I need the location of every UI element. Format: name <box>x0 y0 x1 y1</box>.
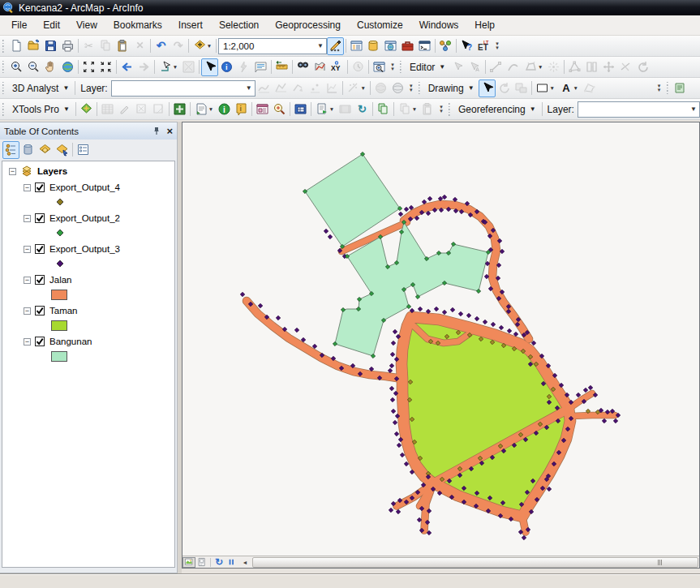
rotate-feature-button[interactable] <box>634 58 651 76</box>
delete-button[interactable]: ✕ <box>131 37 148 55</box>
edit-annotation-button[interactable]: A <box>466 58 483 76</box>
list-by-visibility-button[interactable] <box>37 141 54 159</box>
info-green-button[interactable]: i <box>216 101 233 118</box>
rectangle-tool-button[interactable]: ▼ <box>534 79 557 97</box>
toc-title-bar[interactable]: Table Of Contents × <box>0 122 177 139</box>
toolbar-options-icon[interactable]: ▾▾ <box>655 79 664 97</box>
green-cross-button[interactable] <box>171 101 188 118</box>
full-extent-button[interactable] <box>59 58 76 76</box>
fixed-zoom-in-button[interactable] <box>80 58 97 76</box>
menu-bookmarks[interactable]: Bookmarks <box>105 16 170 34</box>
time-slider-button[interactable] <box>350 58 367 76</box>
select-features-button[interactable]: ▼ <box>157 58 180 76</box>
zoom-in-button[interactable] <box>8 58 25 76</box>
layer-visibility-checkbox[interactable] <box>35 182 45 192</box>
select-elements-button[interactable] <box>479 79 496 97</box>
interp-points-button[interactable]: ▼ <box>345 79 368 97</box>
go-to-xy-button[interactable]: XY <box>329 58 346 76</box>
partial-green-button[interactable] <box>672 79 689 97</box>
zoom-to-selected-button[interactable] <box>513 79 530 97</box>
layer-name[interactable]: Taman <box>49 306 78 315</box>
3d-analyst-menu-button[interactable]: 3D Analyst▼ <box>8 79 73 97</box>
menu-geoprocessing[interactable]: Geoprocessing <box>267 16 349 34</box>
measure-button[interactable] <box>273 58 290 76</box>
menu-file[interactable]: File <box>3 16 35 34</box>
layers-gray-button[interactable]: ▼ <box>396 101 419 118</box>
menu-help[interactable]: Help <box>466 16 503 34</box>
interp-point-button[interactable] <box>307 79 324 97</box>
refresh-button[interactable]: ↻ <box>213 557 225 568</box>
layer-name[interactable]: Jalan <box>49 275 72 285</box>
data-view-button[interactable] <box>183 557 195 568</box>
hyperlink-button[interactable] <box>235 58 252 76</box>
close-icon[interactable]: × <box>166 127 173 135</box>
menu-view[interactable]: View <box>68 16 105 34</box>
menu-windows[interactable]: Windows <box>411 16 467 34</box>
layers-sheet2-button[interactable]: ▼ <box>313 101 337 118</box>
list-by-selection-button[interactable] <box>54 141 71 159</box>
layer-symbol-dot[interactable] <box>56 229 64 237</box>
layer-symbol-swatch[interactable] <box>51 290 67 300</box>
toolbar-options-icon[interactable]: ▾▾ <box>388 58 397 76</box>
zoom-out-button[interactable] <box>25 58 42 76</box>
fixed-zoom-out-button[interactable] <box>97 58 114 76</box>
layer-visibility-checkbox[interactable] <box>35 337 45 346</box>
pencil-gray-button[interactable] <box>116 101 133 118</box>
catalog-button[interactable] <box>365 37 382 55</box>
cut-button[interactable]: ✂ <box>80 37 97 55</box>
profile-graph-button[interactable] <box>324 79 341 97</box>
toolbar-options-icon[interactable]: ▾▾ <box>436 101 446 118</box>
layer-visibility-checkbox[interactable] <box>35 213 45 223</box>
collapse-icon[interactable]: − <box>24 338 31 346</box>
arcglobe-button[interactable] <box>372 79 389 97</box>
grid-blue-button[interactable] <box>292 101 309 118</box>
pan-hand-button[interactable] <box>42 58 59 76</box>
html-popup-button[interactable] <box>252 58 269 76</box>
pin-icon[interactable] <box>152 127 161 135</box>
edit-tool-button[interactable] <box>449 58 466 76</box>
edit-vertices-button[interactable] <box>581 79 598 97</box>
layer-name[interactable]: Export_Output_3 <box>49 244 120 254</box>
move-feature-button[interactable] <box>600 58 617 76</box>
toolbox-button[interactable] <box>399 37 416 55</box>
layer-visibility-checkbox[interactable] <box>35 306 45 315</box>
layer-name[interactable]: Bangunan <box>49 337 92 346</box>
menu-edit[interactable]: Edit <box>35 16 68 34</box>
cut-polygons-button[interactable] <box>617 58 634 76</box>
reshape-button[interactable] <box>566 58 583 76</box>
copy-button[interactable] <box>97 37 114 55</box>
collapse-icon[interactable]: − <box>24 215 31 222</box>
layer-name[interactable]: Export_Output_2 <box>49 213 120 223</box>
list-by-drawing-order-button[interactable] <box>2 141 19 159</box>
menu-insert[interactable]: Insert <box>170 16 211 34</box>
menu-selection[interactable]: Selection <box>211 16 267 34</box>
win-pink-button[interactable] <box>254 101 271 118</box>
note-yellow-button[interactable]: i <box>233 101 250 118</box>
python-window-button[interactable] <box>416 37 433 55</box>
globe-window-button[interactable] <box>382 37 399 55</box>
whats-this-button[interactable]: ? <box>458 37 475 55</box>
go-forward-button[interactable] <box>135 58 152 76</box>
collapse-icon[interactable]: − <box>24 184 31 191</box>
film-gray-button[interactable] <box>337 101 354 118</box>
drawing-menu-button[interactable]: Drawing▼ <box>424 79 479 97</box>
split-button[interactable] <box>583 58 600 76</box>
collapse-icon[interactable]: − <box>9 168 16 175</box>
toolbar-options-icon[interactable]: ▾▾ <box>406 79 416 97</box>
et-geowizards-button[interactable]: ETLT <box>475 37 492 55</box>
layer-symbol-swatch[interactable] <box>51 320 67 331</box>
sketch-arc-button[interactable] <box>505 58 522 76</box>
editor-pencil-button[interactable] <box>327 37 344 55</box>
steepest-path-button[interactable] <box>290 79 307 97</box>
arcscene-button[interactable] <box>389 79 406 97</box>
paste-gray-button[interactable] <box>419 101 436 118</box>
layers-root-label[interactable]: Layers <box>37 166 67 176</box>
options-list-button[interactable] <box>75 141 92 159</box>
xt2-button[interactable] <box>150 101 167 118</box>
xtools-pro-menu-button[interactable]: XTools Pro▼ <box>8 101 74 118</box>
georeferencing-menu-button[interactable]: Georeferencing▼ <box>454 101 540 118</box>
open-folder-button[interactable] <box>25 37 42 55</box>
sketch-line-button[interactable] <box>487 58 505 76</box>
go-back-button[interactable] <box>118 58 135 76</box>
add-diamond-button[interactable] <box>78 101 95 118</box>
